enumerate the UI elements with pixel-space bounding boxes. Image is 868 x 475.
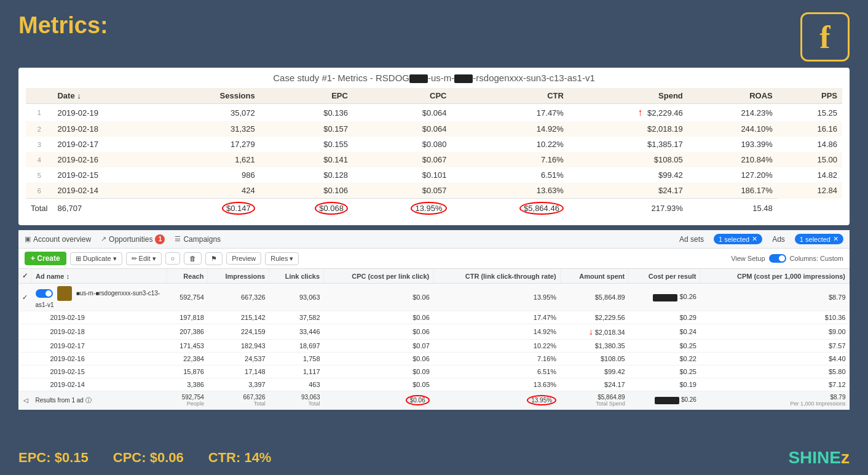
col-ctr-header: CTR bbox=[452, 88, 569, 104]
close-icon[interactable]: ✕ bbox=[752, 235, 757, 243]
sub-date: 2019-02-17 bbox=[32, 340, 167, 353]
sub-reach: 171,453 bbox=[167, 340, 208, 353]
row-ctr: 6.51% bbox=[452, 167, 569, 183]
ads-reach: 592,754 bbox=[167, 284, 208, 311]
total-ctr: 13.95% bbox=[353, 199, 452, 218]
sub-amountspent: $1,380.35 bbox=[560, 340, 629, 353]
top-table-panel: Case study #1- Metrics - RSDOG-us-m--rsd… bbox=[18, 68, 850, 225]
columns-label: Columns: Custom bbox=[790, 255, 843, 262]
ads-table: ✓ Ad name ↕ Reach Impressions Link click… bbox=[18, 269, 850, 410]
row-epc: $0.136 bbox=[260, 104, 353, 122]
row-num: 4 bbox=[26, 152, 52, 167]
row-spend: $99.42 bbox=[569, 167, 688, 183]
total-label: Total bbox=[26, 199, 52, 218]
total-epc: $0.147 bbox=[162, 199, 259, 218]
edit-dropdown-icon: ▾ bbox=[152, 255, 156, 263]
sub-date: 2019-02-18 bbox=[32, 324, 167, 340]
sub-ctr: 13.63% bbox=[433, 378, 560, 391]
row-num: 6 bbox=[26, 183, 52, 199]
row-sessions: 1,621 bbox=[162, 152, 259, 167]
row-date: 2019-02-19 bbox=[52, 104, 162, 122]
row-spend: $24.17 bbox=[569, 183, 688, 199]
create-button[interactable]: + Create bbox=[25, 252, 66, 265]
bottom-panel: ▣ Account overview ↗ Opportunities 1 ☰ C… bbox=[18, 230, 850, 410]
row-pps: 16.16 bbox=[778, 121, 842, 137]
ads-selected-badge: 1 selected ✕ bbox=[795, 234, 843, 244]
ads-linkclicks: 93,063 bbox=[269, 284, 324, 311]
close-ads-icon[interactable]: ✕ bbox=[833, 235, 838, 243]
footer-linkclicks: 93,063Total bbox=[269, 391, 324, 410]
row-pps: 14.86 bbox=[778, 137, 842, 152]
col-roas-header: ROAS bbox=[688, 88, 778, 104]
col-impressions-header: Impressions bbox=[208, 269, 269, 284]
toolbar-right: View Setup Columns: Custom bbox=[731, 254, 843, 263]
dropdown-icon: ▾ bbox=[113, 255, 117, 263]
sub-cpm: $5.80 bbox=[700, 365, 850, 378]
nav-account-overview[interactable]: ▣ Account overview bbox=[25, 235, 91, 244]
sub-impressions: 182,943 bbox=[208, 340, 269, 353]
ads-check[interactable]: ✓ bbox=[18, 284, 32, 311]
sub-check bbox=[18, 353, 32, 365]
col-ctr-header: CTR (link click-through rate) bbox=[433, 269, 560, 284]
nav-campaigns[interactable]: ☰ Campaigns bbox=[175, 235, 221, 244]
sub-impressions: 3,397 bbox=[208, 378, 269, 391]
sub-amountspent: $99.42 bbox=[560, 365, 629, 378]
view-setup-toggle[interactable] bbox=[769, 254, 786, 263]
footer-check: ◁ bbox=[18, 391, 32, 410]
sub-check bbox=[18, 340, 32, 353]
sub-check bbox=[18, 378, 32, 391]
edit-button[interactable]: ✏ Edit ▾ bbox=[126, 252, 162, 265]
row-ctr: 17.47% bbox=[452, 104, 569, 122]
ads-ctr: 13.95% bbox=[433, 284, 560, 311]
col-adname-header[interactable]: Ad name ↕ bbox=[32, 269, 167, 284]
row-spend: $1,385.17 bbox=[569, 137, 688, 152]
row-ctr: 10.22% bbox=[452, 137, 569, 152]
preview-button[interactable]: Preview bbox=[226, 252, 261, 265]
rules-button[interactable]: Rules ▾ bbox=[265, 252, 299, 265]
nav-ad-sets[interactable]: Ad sets bbox=[679, 235, 704, 244]
sub-linkclicks: 37,582 bbox=[269, 311, 324, 324]
ad-toggle[interactable] bbox=[36, 289, 53, 298]
col-linkclicks-header: Link clicks bbox=[269, 269, 324, 284]
col-sessions-header: Sessions bbox=[162, 88, 259, 104]
circle-button[interactable]: ○ bbox=[165, 252, 181, 265]
sub-costperresult: $0.24 bbox=[629, 324, 700, 340]
col-date-header[interactable]: Date ↓ bbox=[52, 88, 162, 104]
row-cpc: $0.064 bbox=[353, 121, 452, 137]
nav-opportunities-label: Opportunities bbox=[109, 235, 152, 244]
row-epc: $0.157 bbox=[260, 121, 353, 137]
sub-ctr: 14.92% bbox=[433, 324, 560, 340]
row-roas: 193.39% bbox=[688, 137, 778, 152]
edit-icon: ✏ bbox=[132, 255, 137, 263]
flag-button[interactable]: ⚑ bbox=[205, 252, 223, 265]
sub-impressions: 24,537 bbox=[208, 353, 269, 365]
row-epc: $0.128 bbox=[260, 167, 353, 183]
footer-amountspent: $5,864.89Total Spend bbox=[560, 391, 629, 410]
fb-nav-bar: ▣ Account overview ↗ Opportunities 1 ☰ C… bbox=[18, 230, 850, 249]
col-epc-header: EPC bbox=[260, 88, 353, 104]
rules-dropdown-icon: ▾ bbox=[290, 255, 293, 263]
row-num: 3 bbox=[26, 137, 52, 152]
sub-amountspent: $2,229.56 bbox=[560, 311, 629, 324]
sub-cpm: $4.40 bbox=[700, 353, 850, 365]
nav-ads[interactable]: Ads bbox=[772, 235, 785, 244]
duplicate-button[interactable]: ⊞ Duplicate ▾ bbox=[70, 252, 122, 265]
header: Metrics: f bbox=[0, 0, 868, 68]
nav-opportunities[interactable]: ↗ Opportunities 1 bbox=[101, 234, 165, 244]
ad-sets-selected-badge: 1 selected ✕ bbox=[714, 234, 762, 244]
footer-impressions: 667,326Total bbox=[208, 391, 269, 410]
row-date: 2019-02-16 bbox=[52, 152, 162, 167]
sub-cpc: $0.05 bbox=[324, 378, 433, 391]
footer-metrics: EPC: $0.15 CPC: $0.06 CTR: 14% bbox=[18, 450, 271, 466]
col-num-header bbox=[26, 88, 52, 104]
sub-cpc: $0.06 bbox=[324, 353, 433, 365]
col-cpm-header: CPM (cost per 1,000 impressions) bbox=[700, 269, 850, 284]
sub-reach: 15,876 bbox=[167, 365, 208, 378]
trash-icon: 🗑 bbox=[189, 255, 196, 262]
nav-campaigns-label: Campaigns bbox=[183, 235, 221, 244]
sub-reach: 207,386 bbox=[167, 324, 208, 340]
row-roas: 186.17% bbox=[688, 183, 778, 199]
row-num: 2 bbox=[26, 121, 52, 137]
delete-button[interactable]: 🗑 bbox=[184, 252, 202, 265]
sub-cpm: $10.36 bbox=[700, 311, 850, 324]
